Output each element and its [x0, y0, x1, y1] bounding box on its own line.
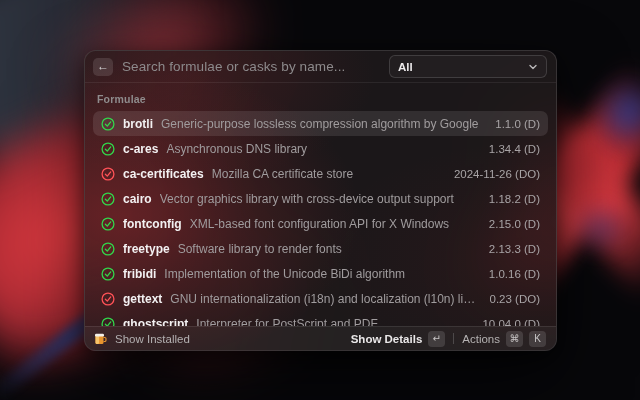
cmd-key-badge[interactable]: ⌘ [506, 331, 523, 347]
formula-name: fribidi [123, 267, 156, 281]
formula-description: Implementation of the Unicode BiDi algor… [164, 267, 481, 281]
formula-name: ghostscript [123, 317, 188, 327]
formula-name: freetype [123, 242, 170, 256]
homebrew-mug-icon [93, 332, 107, 346]
status-check-icon [101, 117, 115, 131]
formula-row[interactable]: c-ares Asynchronous DNS library 1.34.4 (… [93, 136, 548, 161]
enter-key-badge[interactable]: ↵ [428, 331, 445, 347]
formula-description: Generic-purpose lossless compression alg… [161, 117, 487, 131]
status-check-icon [101, 167, 115, 181]
formula-row[interactable]: gettext GNU internationalization (i18n) … [93, 286, 548, 311]
status-check-icon [101, 242, 115, 256]
formula-description: Interpreter for PostScript and PDF [196, 317, 474, 327]
back-button[interactable]: ← [93, 58, 113, 76]
footer-divider [453, 333, 454, 344]
status-check-icon [101, 317, 115, 327]
formula-description: GNU internationalization (i18n) and loca… [170, 292, 481, 306]
results-list: Formulae brotli Generic-purpose lossless… [85, 83, 556, 326]
formula-rows: brotli Generic-purpose lossless compress… [93, 111, 548, 326]
chevron-down-icon [528, 62, 538, 72]
formula-name: gettext [123, 292, 162, 306]
formula-version: 2024-11-26 (DO) [454, 168, 540, 180]
search-bar: ← Search formulae or casks by name... Al… [85, 51, 556, 83]
status-check-icon [101, 142, 115, 156]
formula-name: cairo [123, 192, 152, 206]
status-check-icon [101, 217, 115, 231]
status-check-icon [101, 192, 115, 206]
formula-row[interactable]: fribidi Implementation of the Unicode Bi… [93, 261, 548, 286]
formula-version: 2.13.3 (D) [489, 243, 540, 255]
wallpaper-blue-shape-right-lower [575, 205, 625, 251]
formula-description: Mozilla CA certificate store [212, 167, 446, 181]
actions-label[interactable]: Actions [462, 333, 500, 345]
k-key-badge[interactable]: K [529, 331, 546, 347]
footer-actions: Show Details ↵ Actions ⌘ K [351, 331, 546, 347]
formula-version: 1.0.16 (D) [489, 268, 540, 280]
show-installed-label: Show Installed [115, 333, 190, 345]
formula-version: 1.18.2 (D) [489, 193, 540, 205]
formula-row[interactable]: freetype Software library to render font… [93, 236, 548, 261]
status-check-icon [101, 267, 115, 281]
section-header: Formulae [93, 83, 548, 111]
formula-row[interactable]: fontconfig XML-based font configuration … [93, 211, 548, 236]
formula-description: Vector graphics library with cross-devic… [160, 192, 481, 206]
formula-name: fontconfig [123, 217, 182, 231]
formula-version: 2.15.0 (D) [489, 218, 540, 230]
formula-version: 10.04.0 (D) [482, 318, 540, 327]
footer-bar: Show Installed Show Details ↵ Actions ⌘ … [85, 326, 556, 350]
formula-name: c-ares [123, 142, 158, 156]
arrow-left-icon: ← [97, 58, 109, 75]
filter-dropdown[interactable]: All [389, 55, 547, 78]
formula-description: Asynchronous DNS library [166, 142, 480, 156]
show-details-label[interactable]: Show Details [351, 333, 423, 345]
formula-name: brotli [123, 117, 153, 131]
formula-version: 0.23 (DO) [490, 293, 541, 305]
formula-row[interactable]: cairo Vector graphics library with cross… [93, 186, 548, 211]
search-input[interactable]: Search formulae or casks by name... [122, 59, 380, 74]
formula-row[interactable]: brotli Generic-purpose lossless compress… [93, 111, 548, 136]
show-installed-button[interactable]: Show Installed [93, 332, 190, 346]
formula-version: 1.34.4 (D) [489, 143, 540, 155]
formula-row[interactable]: ca-certificates Mozilla CA certificate s… [93, 161, 548, 186]
formula-name: ca-certificates [123, 167, 204, 181]
formula-description: XML-based font configuration API for X W… [190, 217, 481, 231]
homebrew-search-window: ← Search formulae or casks by name... Al… [84, 50, 557, 351]
status-check-icon [101, 292, 115, 306]
filter-dropdown-value: All [398, 61, 413, 73]
formula-version: 1.1.0 (D) [495, 118, 540, 130]
formula-row[interactable]: ghostscript Interpreter for PostScript a… [93, 311, 548, 326]
formula-description: Software library to render fonts [178, 242, 481, 256]
